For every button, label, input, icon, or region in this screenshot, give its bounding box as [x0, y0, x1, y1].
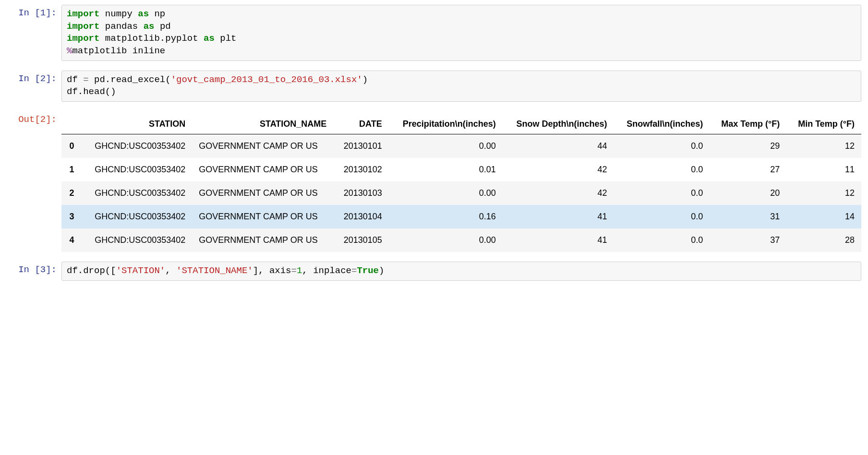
- eq-op: =: [83, 74, 88, 85]
- table-row[interactable]: 1GHCND:USC00353402GOVERNMENT CAMP OR US2…: [61, 158, 861, 181]
- cell-min-temp: 11: [786, 158, 861, 181]
- drop-b: ,: [165, 265, 176, 276]
- cell-station: GHCND:USC00353402: [81, 181, 193, 205]
- drop-a: df.drop([: [67, 265, 116, 276]
- kw-import: import: [67, 21, 99, 32]
- index-corner: [61, 114, 81, 134]
- eq-op: =: [351, 265, 357, 276]
- cell-max-temp: 29: [710, 134, 786, 158]
- cell-station: GHCND:USC00353402: [81, 134, 193, 158]
- cell-station-name: GOVERNMENT CAMP OR US: [192, 181, 333, 205]
- col-snow-depth: Snow Depth\n(inches): [503, 114, 614, 134]
- output-prompt-2: Out[2]:: [0, 111, 61, 125]
- cell-snowfall: 0.0: [614, 181, 710, 205]
- table-row[interactable]: 0GHCND:USC00353402GOVERNMENT CAMP OR US2…: [61, 134, 861, 158]
- cell-station-name: GOVERNMENT CAMP OR US: [192, 134, 333, 158]
- notebook: In [1]: import numpy as np import pandas…: [0, 0, 868, 287]
- call-readexcel: pd.read_excel(: [89, 74, 171, 85]
- col-precip: Precipitation\n(inches): [389, 114, 503, 134]
- cell-max-temp: 20: [710, 181, 786, 205]
- drop-s1: 'STATION': [116, 265, 166, 276]
- mod-numpy: numpy: [105, 9, 133, 19]
- cell-max-temp: 27: [710, 158, 786, 181]
- assign-lhs: df: [67, 74, 83, 85]
- cell-snowfall: 0.0: [614, 158, 710, 181]
- dataframe-output: STATION STATION_NAME DATE Precipitation\…: [61, 111, 861, 252]
- cell-snowfall: 0.0: [614, 228, 710, 252]
- magic-inline: matplotlib inline: [72, 46, 165, 56]
- col-station: STATION: [81, 114, 193, 134]
- code-input-1[interactable]: import numpy as np import pandas as pd i…: [61, 5, 861, 61]
- row-index: 3: [61, 205, 81, 228]
- alias-np: np: [154, 9, 165, 19]
- table-row[interactable]: 3GHCND:USC00353402GOVERNMENT CAMP OR US2…: [61, 205, 861, 228]
- kw-as: as: [138, 9, 149, 19]
- cell-snow-depth: 42: [503, 158, 614, 181]
- table-row[interactable]: 2GHCND:USC00353402GOVERNMENT CAMP OR US2…: [61, 181, 861, 205]
- cell-date: 20130105: [333, 228, 388, 252]
- num-1: 1: [297, 265, 302, 276]
- input-prompt-1: In [1]:: [0, 5, 61, 18]
- cell-station-name: GOVERNMENT CAMP OR US: [192, 228, 333, 252]
- kw-as: as: [144, 21, 155, 32]
- input-prompt-2: In [2]:: [0, 71, 61, 84]
- cell-station-name: GOVERNMENT CAMP OR US: [192, 158, 333, 181]
- cell-date: 20130102: [333, 158, 388, 181]
- cell-max-temp: 37: [710, 228, 786, 252]
- eq-op: =: [291, 265, 297, 276]
- code-cell-2[interactable]: In [2]: df = pd.read_excel('govt_camp_20…: [0, 69, 868, 104]
- cell-min-temp: 28: [786, 228, 861, 252]
- kw-import: import: [67, 33, 99, 44]
- cell-date: 20130101: [333, 134, 388, 158]
- cell-station: GHCND:USC00353402: [81, 228, 193, 252]
- kw-import: import: [67, 9, 99, 19]
- cell-snow-depth: 41: [503, 228, 614, 252]
- cell-min-temp: 12: [786, 181, 861, 205]
- cell-precip: 0.16: [389, 205, 503, 228]
- table-body: 0GHCND:USC00353402GOVERNMENT CAMP OR US2…: [61, 134, 861, 252]
- alias-plt: plt: [220, 33, 236, 44]
- cell-station: GHCND:USC00353402: [81, 205, 193, 228]
- mod-pandas: pandas: [105, 21, 138, 32]
- input-prompt-3: In [3]:: [0, 262, 61, 275]
- df-head: df.head(): [67, 86, 116, 97]
- mod-mpl: matplotlib.pyplot: [105, 33, 198, 44]
- cell-date: 20130103: [333, 181, 388, 205]
- code-input-3[interactable]: df.drop(['STATION', 'STATION_NAME'], axi…: [61, 262, 861, 281]
- cell-snow-depth: 42: [503, 181, 614, 205]
- cell-date: 20130104: [333, 205, 388, 228]
- drop-s2: 'STATION_NAME': [176, 265, 253, 276]
- cell-station: GHCND:USC00353402: [81, 158, 193, 181]
- dataframe-table: STATION STATION_NAME DATE Precipitation\…: [61, 114, 861, 252]
- table-row[interactable]: 4GHCND:USC00353402GOVERNMENT CAMP OR US2…: [61, 228, 861, 252]
- alias-pd: pd: [160, 21, 171, 32]
- magic-percent: %: [67, 46, 72, 56]
- row-index: 4: [61, 228, 81, 252]
- close-paren: ): [362, 74, 368, 85]
- code-input-2[interactable]: df = pd.read_excel('govt_camp_2013_01_to…: [61, 71, 861, 102]
- row-index: 2: [61, 181, 81, 205]
- col-snowfall: Snowfall\n(inches): [614, 114, 710, 134]
- drop-e: ): [379, 265, 384, 276]
- kw-as: as: [204, 33, 215, 44]
- cell-max-temp: 31: [710, 205, 786, 228]
- code-cell-3[interactable]: In [3]: df.drop(['STATION', 'STATION_NAM…: [0, 260, 868, 283]
- drop-d: , inplace: [302, 265, 351, 276]
- cell-snow-depth: 44: [503, 134, 614, 158]
- code-cell-1[interactable]: In [1]: import numpy as np import pandas…: [0, 3, 868, 63]
- table-header: STATION STATION_NAME DATE Precipitation\…: [61, 114, 861, 134]
- row-index: 1: [61, 158, 81, 181]
- cell-precip: 0.00: [389, 134, 503, 158]
- row-index: 0: [61, 134, 81, 158]
- drop-c: ], axis: [253, 265, 291, 276]
- col-station-name: STATION_NAME: [192, 114, 333, 134]
- col-max-temp: Max Temp (°F): [710, 114, 786, 134]
- col-date: DATE: [333, 114, 388, 134]
- cell-min-temp: 12: [786, 134, 861, 158]
- xlsx-string: 'govt_camp_2013_01_to_2016_03.xlsx': [171, 74, 362, 85]
- cell-snow-depth: 41: [503, 205, 614, 228]
- cell-precip: 0.00: [389, 181, 503, 205]
- output-cell-2: Out[2]: STATION STATION_NAME DATE Precip…: [0, 109, 868, 254]
- cell-snowfall: 0.0: [614, 205, 710, 228]
- col-min-temp: Min Temp (°F): [786, 114, 861, 134]
